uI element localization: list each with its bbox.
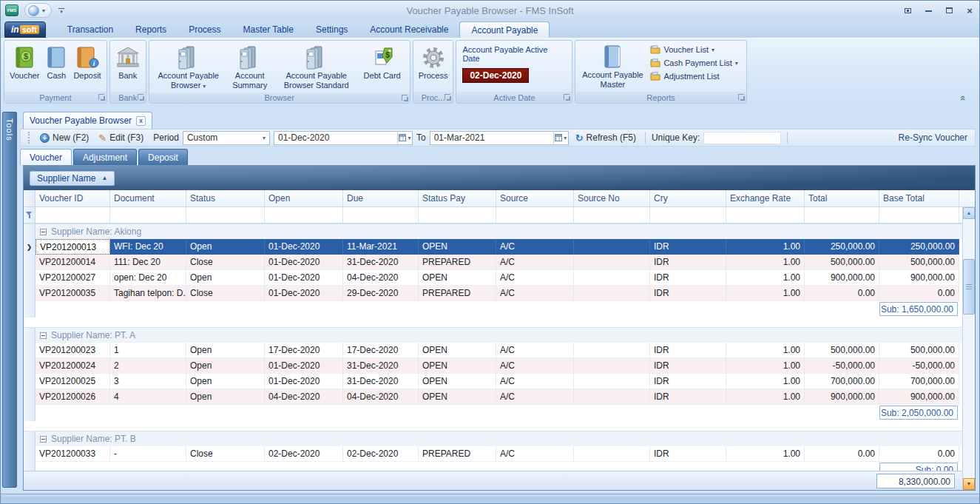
cell[interactable]: 1.00	[726, 389, 805, 405]
scroll-up-button[interactable]: ▲	[963, 207, 975, 219]
cell[interactable]: 17-Dec-2020	[265, 343, 343, 358]
cell[interactable]: A/C	[496, 446, 574, 462]
cell[interactable]: A/C	[496, 374, 574, 389]
group-header-row[interactable]: Supplier Name: Akiong	[24, 224, 965, 239]
cell[interactable]: PREPARED	[419, 286, 496, 301]
column-header-status[interactable]: Status	[186, 190, 265, 206]
cell[interactable]: Open	[186, 358, 265, 374]
cell[interactable]: 900,000.00	[805, 389, 879, 405]
cell[interactable]: 900,000.00	[879, 389, 959, 405]
cell[interactable]: A/C	[496, 239, 574, 255]
column-header-total[interactable]: Total	[805, 190, 879, 206]
cell[interactable]	[574, 389, 650, 405]
insoft-logo-tab[interactable]: in soft	[4, 21, 46, 38]
cell[interactable]	[574, 286, 650, 301]
filter-cell[interactable]	[110, 207, 186, 223]
close-button[interactable]: ×	[964, 6, 975, 15]
cell[interactable]: Open	[186, 389, 265, 405]
cell[interactable]: IDR	[650, 389, 726, 405]
reports-dialog-launcher-icon[interactable]	[738, 94, 744, 100]
cell[interactable]: 01-Dec-2020	[265, 374, 343, 389]
table-row[interactable]: VP2012000231Open17-Dec-202017-Dec-2020OP…	[24, 343, 965, 358]
collapse-group-icon[interactable]	[40, 229, 47, 235]
cell[interactable]	[574, 255, 650, 270]
cell[interactable]: OPEN	[419, 270, 496, 286]
cell[interactable]: -	[110, 446, 186, 462]
table-row[interactable]: ❯VP201200013WFI: Dec 20Open01-Dec-202011…	[24, 239, 965, 255]
resync-voucher-button[interactable]: Re-Sync Voucher	[899, 132, 967, 143]
cell[interactable]: 500,000.00	[879, 343, 959, 358]
cell[interactable]: VP201200035	[36, 286, 110, 301]
cell[interactable]: 1.00	[726, 270, 805, 286]
cell[interactable]: 700,000.00	[805, 374, 879, 389]
column-header-voucher-id[interactable]: Voucher ID	[36, 190, 110, 206]
ribbon-tab-account-receivable[interactable]: Account Receivable	[359, 21, 459, 38]
cell[interactable]: A/C	[496, 286, 574, 301]
ribbon-tab-settings[interactable]: Settings	[305, 21, 359, 38]
cell[interactable]: 0.00	[879, 446, 959, 462]
column-header-exchange-rate[interactable]: Exchange Rate	[726, 190, 805, 206]
cell[interactable]: IDR	[650, 255, 726, 270]
cell[interactable]: 0.00	[879, 286, 959, 301]
refresh-button[interactable]: ↻ Refresh (F5)	[572, 132, 639, 144]
cell[interactable]: 1.00	[726, 358, 805, 374]
cell[interactable]: -50,000.00	[805, 358, 879, 374]
column-header-open[interactable]: Open	[265, 190, 343, 206]
cell[interactable]: 31-Dec-2020	[343, 374, 419, 389]
cell[interactable]: IDR	[650, 446, 726, 462]
cell[interactable]: IDR	[650, 374, 726, 389]
subtab-voucher[interactable]: Voucher	[20, 149, 72, 165]
filter-cell[interactable]	[265, 207, 343, 223]
cell[interactable]: 31-Dec-2020	[343, 255, 419, 270]
cell[interactable]: 1.00	[726, 286, 805, 301]
cell[interactable]: 29-Dec-2020	[343, 286, 419, 301]
cell[interactable]: 1.00	[726, 343, 805, 358]
orb-dropdown-icon[interactable]: ▾	[42, 7, 45, 14]
column-header-source-no[interactable]: Source No	[574, 190, 650, 206]
fit-window-button[interactable]	[902, 6, 913, 15]
cell[interactable]: 250,000.00	[805, 239, 879, 255]
cell[interactable]: Close	[186, 286, 265, 301]
date-to-field[interactable]: 01-Mar-2021 ▾	[430, 131, 569, 145]
process-dialog-launcher-icon[interactable]	[445, 94, 450, 100]
new-button[interactable]: + New (F2)	[37, 132, 92, 144]
filter-cell[interactable]	[805, 207, 879, 223]
group-header-row[interactable]: Supplier Name: PT. B	[24, 431, 965, 446]
cell[interactable]: Open	[186, 270, 265, 286]
cell[interactable]: 111: Dec 20	[110, 255, 186, 270]
cell[interactable]: OPEN	[419, 343, 496, 358]
cell[interactable]: Close	[186, 255, 265, 270]
group-by-chip-supplier-name[interactable]: Supplier Name ▲	[30, 171, 115, 186]
account-payable-browser-standard-button[interactable]: Account Payable Browser Standard	[275, 43, 358, 92]
report-item-cash-payment-list[interactable]: Cash Payment List▾	[648, 58, 740, 68]
cell[interactable]: open: Dec 20	[110, 270, 186, 286]
cell[interactable]: 04-Dec-2020	[343, 389, 419, 405]
cell[interactable]: 01-Dec-2020	[265, 239, 343, 255]
filter-cell[interactable]	[879, 207, 959, 223]
filter-cell[interactable]	[186, 207, 265, 223]
cell[interactable]: Close	[186, 446, 265, 462]
ribbon-tab-transaction[interactable]: Transaction	[56, 21, 124, 38]
table-row[interactable]: VP201200027open: Dec 20Open01-Dec-202004…	[24, 270, 965, 286]
cell[interactable]: A/C	[496, 270, 574, 286]
tools-panel-tab[interactable]: Tools	[2, 112, 17, 488]
subtab-deposit[interactable]: Deposit	[138, 149, 188, 165]
account-payable-master-button[interactable]: Account Payable Master	[578, 42, 646, 92]
cell[interactable]: IDR	[650, 270, 726, 286]
payment-dialog-launcher-icon[interactable]	[98, 94, 104, 100]
table-row[interactable]: VP201200033-Close02-Dec-202002-Dec-2020P…	[24, 446, 965, 462]
cell[interactable]	[574, 343, 650, 358]
table-row[interactable]: VP201200035Tagihan telpon: D...Close01-D…	[24, 286, 965, 301]
edit-button[interactable]: ✎ Edit (F3)	[95, 132, 146, 144]
cell[interactable]: VP201200014	[36, 255, 110, 270]
cell[interactable]: -50,000.00	[879, 358, 959, 374]
cell[interactable]: 01-Dec-2020	[265, 358, 343, 374]
cell[interactable]: VP201200024	[36, 358, 110, 374]
column-header-status-pay[interactable]: Status Pay	[419, 190, 496, 206]
cell[interactable]: 1.00	[726, 446, 805, 462]
qat-overflow-button[interactable]: ▾	[58, 8, 65, 13]
cell[interactable]	[574, 270, 650, 286]
cell[interactable]: VP201200027	[36, 270, 110, 286]
document-tab-voucher-payable-browser[interactable]: Voucher Payable Browser x	[23, 112, 152, 129]
vertical-scrollbar[interactable]: ▲ ▼	[962, 207, 975, 490]
